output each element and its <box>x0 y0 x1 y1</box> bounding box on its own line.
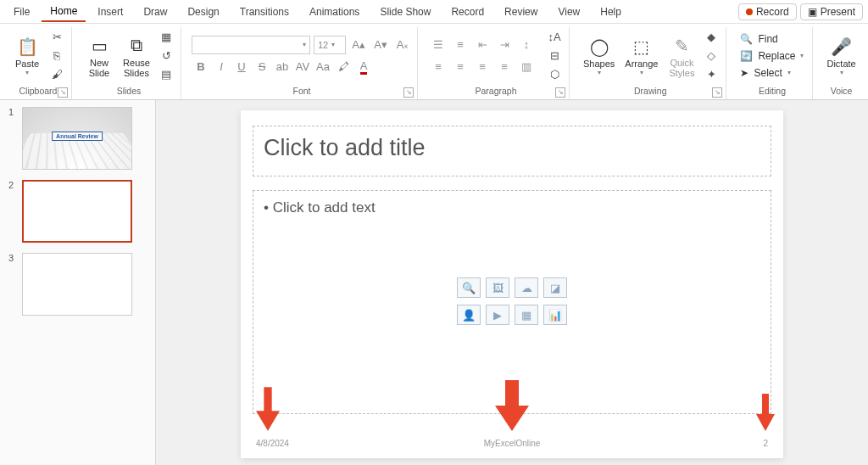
record-button[interactable]: Record <box>738 3 797 20</box>
numbering-button[interactable]: ≡ <box>450 36 470 54</box>
thumbnail-slide[interactable] <box>22 180 132 243</box>
drawing-dialog-launcher[interactable]: ↘ <box>712 87 722 98</box>
drawing-group-label: Drawing ↘ <box>580 84 721 98</box>
menu-slideshow[interactable]: Slide Show <box>371 3 439 21</box>
title-placeholder[interactable]: Click to add title <box>253 126 771 176</box>
slide-canvas[interactable]: Click to add title Click to add text 🔍 🖼… <box>156 100 868 465</box>
section-button[interactable]: ▤ <box>157 66 175 83</box>
format-painter-button[interactable]: 🖌 <box>47 66 66 83</box>
columns-button[interactable]: ▥ <box>516 58 537 76</box>
shape-effects-button[interactable]: ✦ <box>702 66 721 83</box>
insert-3d-icon[interactable]: ◪ <box>543 277 567 298</box>
present-button[interactable]: ▣ Present <box>800 3 863 20</box>
record-dot-icon <box>746 8 753 15</box>
align-text-button[interactable]: ⊟ <box>545 48 564 64</box>
thumbnail-number: 3 <box>8 253 17 316</box>
new-slide-button[interactable]: ▭ New Slide <box>82 32 116 80</box>
reset-icon: ↺ <box>162 49 171 62</box>
shadow-button[interactable]: ab <box>273 58 292 76</box>
clear-format-button[interactable]: Aₓ <box>393 36 412 54</box>
reset-button[interactable]: ↺ <box>157 48 175 64</box>
highlight-button[interactable]: 🖍 <box>334 58 353 76</box>
insert-chart-icon[interactable]: 📊 <box>543 305 567 325</box>
smartart-button[interactable]: ⬡ <box>545 66 564 83</box>
shape-outline-button[interactable]: ◇ <box>702 48 721 64</box>
ribbon-group-font: ▾ 12 ▾ A▴ A▾ Aₓ B I U S ab AV <box>186 27 418 99</box>
menu-view[interactable]: View <box>549 3 588 21</box>
ribbon-group-clipboard: 📋 Paste ▾ ✂ ⎘ 🖌 Clipboard ↘ <box>5 27 72 99</box>
dictate-button[interactable]: 🎤 Dictate ▾ <box>823 33 859 78</box>
underline-button[interactable]: U <box>232 58 251 76</box>
present-icon: ▣ <box>808 6 817 18</box>
menu-draw[interactable]: Draw <box>135 3 175 21</box>
menu-transitions[interactable]: Transitions <box>231 3 298 21</box>
reuse-slides-button[interactable]: ⧉ Reuse Slides <box>120 32 153 80</box>
paste-button[interactable]: 📋 Paste ▾ <box>10 33 44 78</box>
insert-stock-image-icon[interactable]: 🔍 <box>457 277 481 298</box>
menu-animations[interactable]: Animations <box>301 3 368 21</box>
change-case-button[interactable]: Aa <box>314 58 332 76</box>
copy-button[interactable]: ⎘ <box>47 48 66 64</box>
insert-cameo-icon[interactable]: 👤 <box>457 305 481 325</box>
line-spacing-button[interactable]: ↕ <box>516 36 537 54</box>
decrease-font-button[interactable]: A▾ <box>371 36 390 54</box>
thumbnail-panel[interactable]: 1 Annual Review 2 3 <box>0 100 156 465</box>
justify-button[interactable]: ≡ <box>494 58 515 76</box>
layout-button[interactable]: ▦ <box>157 29 175 46</box>
chevron-down-icon: ▾ <box>25 69 29 76</box>
menu-file[interactable]: File <box>5 3 38 21</box>
menu-home[interactable]: Home <box>42 2 86 22</box>
thumbnail-1[interactable]: 1 Annual Review <box>8 107 147 170</box>
current-slide[interactable]: Click to add title Click to add text 🔍 🖼… <box>241 110 783 458</box>
menu-help[interactable]: Help <box>592 3 630 21</box>
thumbnail-3[interactable]: 3 <box>8 253 147 316</box>
editing-group-label: Editing <box>737 84 807 98</box>
shapes-label: Shapes <box>583 59 615 69</box>
clear-format-icon: Aₓ <box>397 38 409 51</box>
menu-insert[interactable]: Insert <box>89 3 131 21</box>
increase-indent-button[interactable]: ⇥ <box>494 36 515 54</box>
italic-button[interactable]: I <box>212 58 231 76</box>
body-placeholder[interactable]: Click to add text 🔍 🖼 ☁ ◪ 👤 ▶ ▦ 📊 <box>253 190 771 414</box>
decrease-indent-button[interactable]: ⇤ <box>472 36 492 54</box>
align-left-button[interactable]: ≡ <box>428 58 448 76</box>
text-direction-button[interactable]: ↕A <box>545 29 564 46</box>
select-button[interactable]: ➤ Select ▾ <box>737 65 793 81</box>
shapes-button[interactable]: ◯ Shapes ▾ <box>580 33 618 78</box>
increase-font-button[interactable]: A▴ <box>349 36 368 54</box>
font-color-button[interactable]: A <box>354 58 373 76</box>
align-center-button[interactable]: ≡ <box>450 58 470 76</box>
strikethrough-button[interactable]: S <box>253 58 271 76</box>
voice-group-label: Voice <box>823 84 859 98</box>
ribbon-group-paragraph: ☰ ≡ ⇤ ⇥ ↕ ≡ ≡ ≡ ≡ ▥ ↕A ⊟ ⬡ <box>423 27 570 99</box>
replace-button[interactable]: 🔄 Replace ▾ <box>737 48 807 64</box>
menu-record[interactable]: Record <box>442 3 492 21</box>
arrange-button[interactable]: ⬚ Arrange ▾ <box>621 33 661 78</box>
insert-icon-icon[interactable]: ☁ <box>515 277 538 298</box>
font-size-combo[interactable]: 12 ▾ <box>314 36 346 54</box>
thumbnail-slide[interactable]: Annual Review <box>22 107 132 170</box>
cut-button[interactable]: ✂ <box>47 29 66 46</box>
align-right-button[interactable]: ≡ <box>472 58 492 76</box>
char-spacing-button[interactable]: AV <box>293 58 312 76</box>
quick-styles-button[interactable]: ✎ Quick Styles <box>665 32 698 80</box>
font-dialog-launcher[interactable]: ↘ <box>403 87 414 98</box>
paragraph-dialog-launcher[interactable]: ↘ <box>555 87 565 98</box>
layout-icon: ▦ <box>161 31 171 43</box>
search-icon: 🔍 <box>740 33 753 45</box>
font-name-combo[interactable]: ▾ <box>192 36 310 54</box>
shape-fill-button[interactable]: ◆ <box>702 29 721 46</box>
find-button[interactable]: 🔍 Find <box>737 31 781 47</box>
menu-design[interactable]: Design <box>179 3 227 21</box>
insert-table-icon[interactable]: ▦ <box>515 305 538 325</box>
menu-review[interactable]: Review <box>496 3 546 21</box>
copy-icon: ⎘ <box>53 49 60 62</box>
insert-video-icon[interactable]: ▶ <box>486 305 509 325</box>
thumbnail-slide[interactable] <box>22 253 132 316</box>
bullets-button[interactable]: ☰ <box>428 36 448 54</box>
clipboard-dialog-launcher[interactable]: ↘ <box>58 87 68 98</box>
new-slide-icon: ▭ <box>87 34 111 58</box>
bold-button[interactable]: B <box>192 58 210 76</box>
thumbnail-2[interactable]: 2 <box>8 180 147 243</box>
insert-picture-icon[interactable]: 🖼 <box>486 277 509 298</box>
